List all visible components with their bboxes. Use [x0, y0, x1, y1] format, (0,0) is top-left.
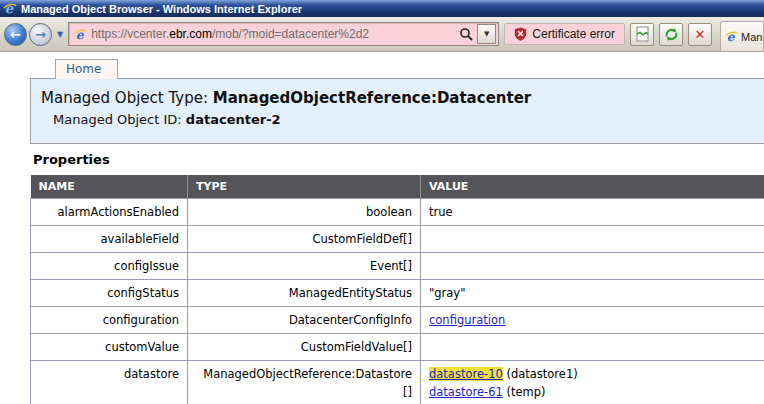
forward-button[interactable]: → [29, 23, 52, 46]
value-text: (temp) [503, 385, 546, 399]
property-name-cell: customValue [31, 334, 188, 361]
search-icon[interactable] [459, 27, 473, 41]
property-name-cell: datastore [31, 361, 188, 404]
property-name-cell: configIssue [31, 253, 188, 280]
window-titlebar: e Managed Object Browser - Windows Inter… [0, 0, 764, 17]
column-header-name: NAME [31, 175, 188, 199]
refresh-icon [664, 27, 679, 42]
value-text: (datastore1) [503, 367, 578, 381]
table-row: configIssueEvent[] [31, 253, 764, 280]
broken-page-icon [635, 26, 650, 42]
property-value-cell: datastore-10 (datastore1)datastore-61 (t… [421, 361, 764, 404]
property-type-cell: ManagedObjectReference:Datastore[] [188, 361, 421, 404]
column-header-value: VALUE [421, 175, 764, 199]
property-type-cell: CustomFieldDef[] [188, 226, 421, 253]
property-type-cell: boolean [188, 199, 421, 226]
url-prefix: https://vcenter. [91, 27, 169, 41]
property-type-cell: CustomFieldValue[] [188, 334, 421, 361]
property-value-cell [421, 253, 764, 280]
value-link[interactable]: configuration [429, 313, 505, 327]
property-name-cell: configuration [31, 307, 188, 334]
home-tab[interactable]: Home [55, 59, 118, 79]
value-link[interactable]: datastore-61 [429, 385, 503, 399]
property-value-cell: "gray" [421, 280, 764, 307]
property-value-cell [421, 334, 764, 361]
ie-logo-icon: e [3, 2, 17, 16]
table-header-row: NAME TYPE VALUE [31, 175, 764, 199]
managed-object-id-value: datacenter-2 [186, 112, 281, 127]
managed-object-type-label: Managed Object Type: [41, 89, 208, 107]
value-link[interactable]: datastore-10 [429, 367, 503, 381]
properties-title: Properties [33, 152, 764, 167]
property-type-cell: ManagedEntityStatus [188, 280, 421, 307]
forward-arrow-icon: → [35, 27, 46, 42]
certificate-error-label: Certificate error [532, 27, 615, 41]
page-content: Home Managed Object Type: ManagedObjectR… [0, 52, 764, 404]
browser-toolbar: ← → ▼ e https://vcenter.ebr.com/mob/?moi… [0, 17, 764, 52]
value-text: true [429, 205, 453, 219]
column-header-type: TYPE [188, 175, 421, 199]
chevron-down-icon: ▼ [484, 30, 489, 38]
address-dropdown-button[interactable]: ▼ [477, 24, 496, 44]
property-type-cell: DatacenterConfigInfo [188, 307, 421, 334]
property-name-cell: configStatus [31, 280, 188, 307]
url-path: /mob/?moid=datacenter%2d2 [212, 27, 369, 41]
tab-favicon-icon: e [725, 30, 738, 43]
property-name-cell: availableField [31, 226, 188, 253]
url-domain: ebr.com [169, 27, 212, 41]
browser-tab[interactable]: e Man [720, 21, 764, 51]
table-row: configStatusManagedEntityStatus"gray" [31, 280, 764, 307]
stop-x-icon: ✕ [695, 27, 706, 42]
managed-object-type-value: ManagedObjectReference:Datacenter [213, 89, 531, 107]
property-value-cell: configuration [421, 307, 764, 334]
table-row: alarmActionsEnabledbooleantrue [31, 199, 764, 226]
property-type-cell: Event[] [188, 253, 421, 280]
url-text[interactable]: https://vcenter.ebr.com/mob/?moid=datace… [91, 27, 455, 41]
properties-table: NAME TYPE VALUE alarmActionsEnabledboole… [30, 175, 764, 404]
address-bar[interactable]: e https://vcenter.ebr.com/mob/?moid=data… [68, 22, 499, 46]
table-row: customValueCustomFieldValue[] [31, 334, 764, 361]
window-title: Managed Object Browser - Windows Interne… [21, 3, 302, 15]
property-name-cell: alarmActionsEnabled [31, 199, 188, 226]
properties-table-body: alarmActionsEnabledbooleantrueavailableF… [31, 199, 764, 404]
back-button[interactable]: ← [4, 23, 27, 46]
value-text: "gray" [429, 286, 465, 300]
stop-button[interactable]: ✕ [688, 23, 712, 46]
table-row: datastoreManagedObjectReference:Datastor… [31, 361, 764, 404]
tab-title: Man [741, 31, 762, 43]
table-row: configurationDatacenterConfigInfoconfigu… [31, 307, 764, 334]
managed-object-id-label: Managed Object ID: [53, 112, 182, 127]
back-arrow-icon: ← [10, 27, 21, 42]
table-row: availableFieldCustomFieldDef[] [31, 226, 764, 253]
page-favicon-icon: e [74, 28, 87, 41]
compatibility-view-button[interactable] [630, 23, 654, 46]
security-shield-icon [514, 27, 527, 41]
history-dropdown-caret[interactable]: ▼ [57, 30, 63, 39]
managed-object-header: Managed Object Type: ManagedObjectRefere… [30, 78, 764, 144]
property-value-cell: true [421, 199, 764, 226]
property-value-cell [421, 226, 764, 253]
managed-object-type-line: Managed Object Type: ManagedObjectRefere… [41, 89, 759, 107]
certificate-error-badge[interactable]: Certificate error [504, 23, 625, 45]
managed-object-id-line: Managed Object ID: datacenter-2 [53, 112, 759, 127]
refresh-button[interactable] [659, 23, 683, 46]
